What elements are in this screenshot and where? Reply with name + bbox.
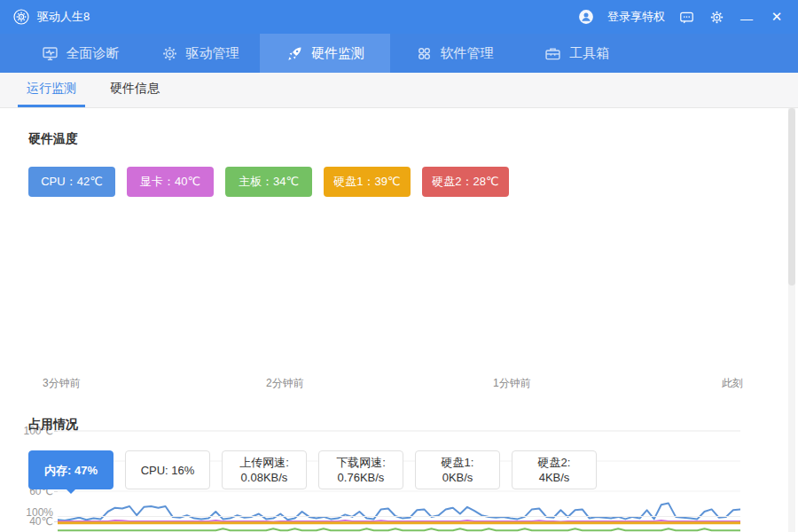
feedback-bubble-icon[interactable] bbox=[677, 8, 695, 26]
usage-section-title: 占用情况 bbox=[28, 417, 78, 433]
usage-btn-value: 0.76KB/s bbox=[338, 470, 385, 485]
nav-tab-toolbox[interactable]: 工具箱 bbox=[517, 34, 636, 73]
usage-btn-label: 上传网速: bbox=[239, 455, 289, 470]
software-circles-icon bbox=[415, 44, 434, 63]
usage-btn-value: 0KB/s bbox=[442, 470, 473, 485]
usage-chart-ytick: 100% bbox=[12, 506, 53, 519]
usage-btn-disk1[interactable]: 硬盘1: 0KB/s bbox=[415, 450, 500, 489]
usage-btn-value: 4KB/s bbox=[539, 470, 570, 485]
app-logo-icon bbox=[12, 8, 30, 26]
titlebar-left: 驱动人生8 bbox=[0, 8, 90, 26]
toolbox-icon bbox=[544, 44, 562, 63]
minimize-button[interactable]: — bbox=[738, 8, 755, 26]
temperature-section-title: 硬件温度 bbox=[28, 131, 78, 147]
usage-btn-cpu[interactable]: CPU: 16% bbox=[125, 450, 210, 489]
nav-tab-label: 全面诊断 bbox=[66, 45, 120, 62]
nav-tab-driver-management[interactable]: 驱动管理 bbox=[140, 34, 259, 73]
usage-btn-disk2[interactable]: 硬盘2: 4KB/s bbox=[512, 450, 597, 489]
subtab-label: 硬件信息 bbox=[110, 81, 160, 97]
usage-btn-upload-speed[interactable]: 上传网速: 0.08KB/s bbox=[222, 450, 307, 489]
app-title: 驱动人生8 bbox=[37, 9, 90, 25]
titlebar-right: 登录享特权 bbox=[577, 8, 798, 26]
temp-badge-gpu[interactable]: 显卡：40℃ bbox=[127, 167, 214, 197]
nav-tab-full-diagnosis[interactable]: 全面诊断 bbox=[20, 34, 139, 73]
scrollbar[interactable] bbox=[788, 108, 795, 532]
sub-nav: 运行监测 硬件信息 bbox=[0, 73, 798, 108]
nav-tab-software-management[interactable]: 软件管理 bbox=[395, 34, 513, 73]
titlebar: 驱动人生8 登录享特权 bbox=[0, 0, 798, 34]
temp-badge-mainboard[interactable]: 主板：34℃ bbox=[225, 167, 312, 197]
temp-badge-disk1[interactable]: 硬盘1：39℃ bbox=[324, 167, 411, 197]
temp-badge-cpu[interactable]: CPU：42℃ bbox=[28, 167, 115, 197]
usage-btn-label: 下载网速: bbox=[336, 455, 386, 470]
x-axis-tick: 2分钟前 bbox=[266, 376, 304, 391]
usage-btn-label: 硬盘1: bbox=[442, 455, 474, 470]
nav-tab-hardware-monitor[interactable]: 硬件监测 bbox=[260, 34, 390, 73]
temperature-chart: 100℃ 80℃ 60℃ 40℃ 20℃ 0℃ 3分钟前 2分钟前 1分钟前 此… bbox=[0, 213, 798, 395]
usage-btn-label: 内存: 47% bbox=[44, 463, 98, 478]
nav-tab-label: 软件管理 bbox=[441, 45, 494, 62]
usage-chart-gridline bbox=[58, 516, 740, 517]
subtab-running-monitor[interactable]: 运行监测 bbox=[18, 73, 85, 107]
subtab-hardware-info[interactable]: 硬件信息 bbox=[101, 73, 168, 107]
login-link[interactable]: 登录享特权 bbox=[607, 9, 665, 25]
usage-buttons: 内存: 47% CPU: 16% 上传网速: 0.08KB/s 下载网速: 0.… bbox=[28, 450, 597, 489]
usage-btn-label: CPU: 16% bbox=[141, 463, 195, 478]
subtab-label: 运行监测 bbox=[27, 81, 76, 97]
usage-btn-download-speed[interactable]: 下载网速: 0.76KB/s bbox=[318, 450, 403, 489]
settings-gear-icon[interactable] bbox=[708, 8, 725, 26]
diagnosis-monitor-icon bbox=[41, 44, 59, 63]
x-axis-tick: 此刻 bbox=[722, 376, 743, 391]
usage-btn-label: 硬盘2: bbox=[538, 455, 571, 470]
nav-tab-label: 驱动管理 bbox=[186, 45, 239, 62]
nav-tab-label: 硬件监测 bbox=[311, 45, 364, 62]
close-button[interactable]: ✕ bbox=[768, 8, 786, 26]
close-icon: ✕ bbox=[771, 8, 783, 26]
nav-tab-label: 工具箱 bbox=[569, 45, 609, 62]
scrollbar-thumb[interactable] bbox=[788, 108, 795, 286]
app-window: 驱动人生8 登录享特权 bbox=[0, 0, 798, 532]
usage-btn-memory[interactable]: 内存: 47% bbox=[28, 450, 113, 489]
temp-badge-disk2[interactable]: 硬盘2：28℃ bbox=[422, 167, 509, 197]
driver-gear-icon bbox=[160, 44, 179, 63]
x-axis-tick: 3分钟前 bbox=[43, 376, 81, 391]
x-axis-tick: 1分钟前 bbox=[493, 376, 531, 391]
main-nav: 全面诊断 驱动管理 bbox=[0, 34, 798, 73]
temperature-badges: CPU：42℃ 显卡：40℃ 主板：34℃ 硬盘1：39℃ 硬盘2：28℃ bbox=[28, 167, 509, 197]
avatar-icon[interactable] bbox=[577, 8, 595, 26]
hardware-rocket-icon bbox=[286, 44, 304, 63]
usage-btn-value: 0.08KB/s bbox=[241, 470, 288, 485]
minimize-glyph: — bbox=[740, 10, 753, 27]
